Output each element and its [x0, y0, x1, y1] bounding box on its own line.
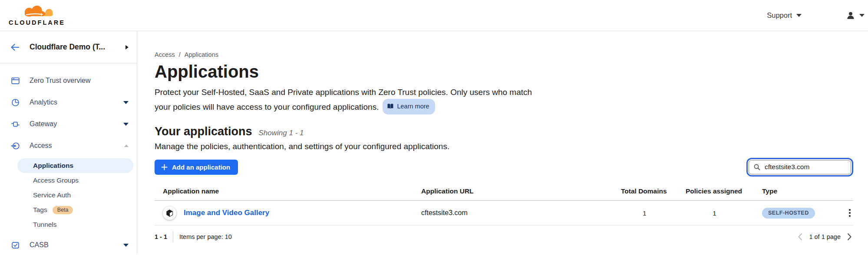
page-status: 1 of 1 page [809, 233, 841, 240]
cube-icon [165, 209, 174, 218]
header-application-name: Application name [163, 187, 421, 195]
total-domains-cell: 1 [621, 209, 686, 217]
sidebar-item-analytics[interactable]: Analytics [0, 92, 137, 113]
items-per-page: Items per page: 10 [179, 233, 232, 240]
page-title: Applications [155, 62, 853, 82]
access-icon [11, 141, 20, 150]
pagination: 1 - 1 Items per page: 10 1 of 1 page [155, 231, 853, 243]
sidebar-item-tags[interactable]: Tags Beta [0, 203, 137, 217]
plus-icon [161, 164, 168, 170]
next-page-icon[interactable] [847, 233, 852, 241]
controls-row: Add an application [155, 159, 853, 175]
application-url-cell: cftestsite3.com [421, 209, 621, 217]
gateway-icon [11, 120, 20, 129]
page-description: Protect your Self-Hosted, SaaS and Priva… [155, 86, 538, 114]
add-application-button[interactable]: Add an application [155, 160, 238, 175]
sidebar-item-tunnels[interactable]: Tunnels [0, 217, 137, 232]
pagination-divider [173, 231, 173, 242]
account-switcher: Cloudflare Demo (T... [0, 31, 137, 63]
search-input[interactable] [749, 160, 851, 174]
sidebar-item-service-auth[interactable]: Service Auth [0, 188, 137, 203]
chevron-down-icon [859, 14, 865, 17]
analytics-pie-icon [11, 98, 20, 107]
header-total-domains: Total Domains [621, 187, 686, 195]
showing-count: Showing 1 - 1 [259, 129, 304, 137]
sidebar-item-casb[interactable]: CASB [0, 234, 137, 255]
beta-badge: Beta [53, 206, 73, 214]
user-menu[interactable] [846, 11, 865, 20]
policies-assigned-cell: 1 [686, 209, 762, 217]
breadcrumb-access[interactable]: Access [155, 51, 175, 58]
type-cell: SELF-HOSTED [762, 208, 838, 219]
access-submenu: Applications Access Groups Service Auth … [0, 158, 137, 232]
header-type: Type [762, 187, 838, 195]
book-icon [387, 103, 394, 109]
breadcrumb-separator: / [179, 51, 181, 58]
chevron-down-icon [796, 14, 802, 17]
application-name-cell: Image and Video Gallery [163, 206, 421, 220]
sidebar-item-access[interactable]: Access [0, 135, 137, 157]
header-application-url: Application URL [421, 187, 621, 195]
add-application-label: Add an application [172, 163, 230, 171]
chevron-up-icon [124, 144, 129, 147]
pagination-controls: 1 of 1 page [798, 233, 852, 241]
sidebar-item-gateway[interactable]: Gateway [0, 113, 137, 135]
breadcrumb: Access / Applications [155, 51, 853, 59]
page-description-text: Protect your Self-Hosted, SaaS and Priva… [155, 88, 532, 111]
section-subtitle: Manage the policies, authentication, and… [155, 141, 853, 152]
main-content: Access / Applications Applications Prote… [137, 31, 868, 255]
header-policies-assigned: Policies assigned [686, 187, 762, 195]
previous-page-icon[interactable] [798, 233, 802, 241]
overview-window-icon [11, 76, 20, 85]
learn-more-label: Learn more [397, 100, 429, 113]
search-icon [753, 163, 761, 171]
cloudflare-logo[interactable]: CLOUDFLARE [9, 5, 65, 26]
sidebar-item-zero-trust-overview[interactable]: Zero Trust overview [0, 70, 137, 92]
sidebar-nav: Zero Trust overview Analytics [0, 63, 137, 255]
pagination-range: 1 - 1 [155, 233, 167, 240]
topbar: CLOUDFLARE Support [0, 0, 868, 31]
sidebar-item-access-groups[interactable]: Access Groups [0, 173, 137, 188]
table-header-row: Application name Application URL Total D… [155, 182, 853, 201]
account-name: Cloudflare Demo (T... [30, 42, 105, 52]
section-heading-row: Your applications Showing 1 - 1 [155, 125, 853, 139]
chevron-down-icon [123, 123, 129, 126]
table-row: Image and Video Gallery cftestsite3.com … [155, 201, 853, 226]
cloudflare-cloud-icon [17, 5, 56, 19]
breadcrumb-current: Applications [185, 51, 218, 58]
back-arrow-icon[interactable] [10, 43, 20, 52]
casb-icon [11, 241, 20, 250]
page-shell: Cloudflare Demo (T... Zero Trust overvie… [0, 31, 868, 255]
chevron-down-icon [123, 101, 129, 104]
topbar-right: Support [767, 11, 865, 20]
row-actions-kebab-icon[interactable] [846, 207, 853, 219]
support-menu[interactable]: Support [767, 11, 802, 20]
section-title: Your applications [155, 125, 252, 138]
learn-more-button[interactable]: Learn more [383, 99, 435, 115]
sidebar: Cloudflare Demo (T... Zero Trust overvie… [0, 31, 137, 255]
account-expand-icon[interactable] [125, 45, 129, 49]
cloudflare-wordmark: CLOUDFLARE [9, 19, 65, 26]
sidebar-item-applications[interactable]: Applications [17, 158, 133, 173]
type-badge: SELF-HOSTED [762, 208, 815, 219]
app-window: CLOUDFLARE Support Cloudflare [0, 0, 868, 255]
chevron-down-icon [123, 244, 129, 247]
search-box [749, 160, 851, 174]
applications-table: Application name Application URL Total D… [155, 182, 853, 226]
support-label: Support [767, 11, 792, 20]
user-icon [846, 11, 855, 20]
application-avatar [163, 206, 176, 220]
application-name-link[interactable]: Image and Video Gallery [184, 209, 269, 217]
